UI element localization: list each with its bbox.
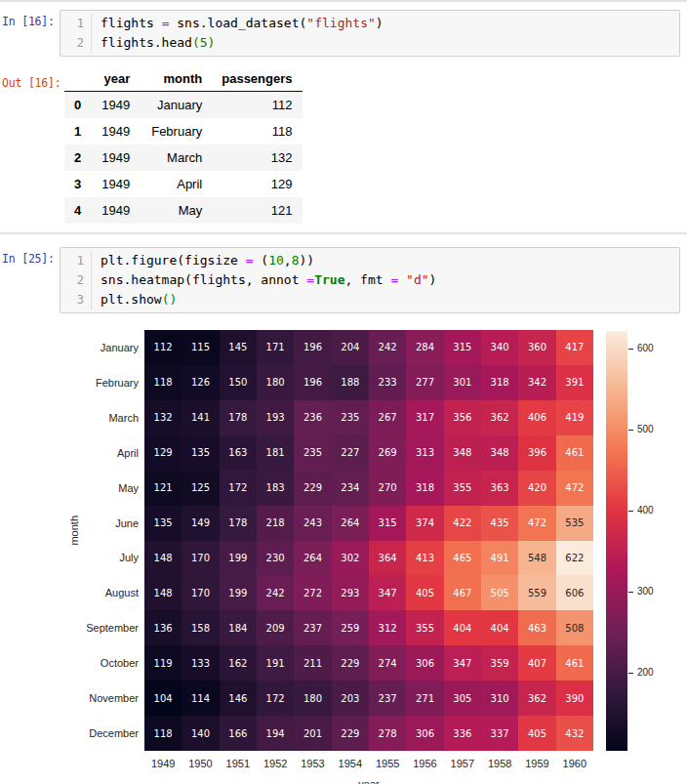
heatmap-cell: 355 bbox=[444, 471, 481, 506]
heatmap-cell: 184 bbox=[220, 610, 257, 645]
table-header-cell: passengers bbox=[212, 66, 302, 92]
heatmap-cell: 242 bbox=[369, 330, 406, 365]
code-line[interactable]: 1plt.figure(figsize = (10,8)) bbox=[61, 251, 679, 270]
heatmap-cell: 243 bbox=[294, 506, 331, 541]
year-tick-label: 1954 bbox=[332, 758, 369, 769]
colorbar-tick-label: 600 bbox=[637, 343, 654, 354]
input-prompt: In [25]: bbox=[0, 239, 60, 266]
year-tick-label: 1955 bbox=[369, 758, 406, 769]
heatmap-cell: 435 bbox=[481, 506, 518, 541]
heatmap-cell: 269 bbox=[369, 435, 406, 471]
heatmap-cell: 170 bbox=[182, 575, 219, 610]
heatmap-cell: 149 bbox=[182, 506, 219, 541]
heatmap-cell: 622 bbox=[556, 541, 593, 576]
colorbar-tick bbox=[628, 673, 633, 674]
code-line[interactable]: 2flights.head(5) bbox=[61, 33, 679, 53]
heatmap-cell: 461 bbox=[556, 645, 593, 681]
heatmap-cell: 235 bbox=[294, 435, 331, 471]
heatmap-cell: 230 bbox=[257, 541, 294, 576]
table-cell: February bbox=[140, 118, 212, 144]
heatmap-cell: 336 bbox=[444, 716, 481, 751]
table-cell: May bbox=[140, 197, 212, 224]
heatmap-cell: 356 bbox=[444, 400, 481, 435]
line-number: 2 bbox=[61, 270, 92, 290]
heatmap-cell: 270 bbox=[369, 471, 406, 506]
heatmap-cell: 312 bbox=[369, 610, 406, 645]
year-tick-label: 1956 bbox=[406, 758, 443, 769]
heatmap-cell: 125 bbox=[182, 471, 219, 506]
code-line[interactable]: 2sns.heatmap(flights, annot =True, fmt =… bbox=[61, 270, 679, 290]
heatmap-cell: 355 bbox=[406, 610, 443, 645]
code-text: flights = sns.load_dataset("flights") bbox=[92, 14, 384, 33]
heatmap: 1121151451711962042422843153403604171181… bbox=[144, 330, 593, 751]
heatmap-cell: 432 bbox=[556, 716, 593, 751]
heatmap-cell: 104 bbox=[144, 681, 182, 716]
heatmap-cell: 277 bbox=[406, 365, 443, 400]
month-tick-label: September bbox=[0, 621, 139, 635]
heatmap-cell: 419 bbox=[556, 400, 593, 435]
output-cell-16: Out [16]: year month passengers 01949Jan… bbox=[0, 66, 687, 224]
month-tick-label: December bbox=[0, 726, 139, 740]
table-cell: 1949 bbox=[91, 118, 140, 144]
heatmap-cell: 535 bbox=[556, 506, 593, 541]
month-tick-label: June bbox=[0, 516, 139, 530]
colorbar-tick bbox=[628, 592, 633, 593]
heatmap-cell: 362 bbox=[481, 400, 518, 435]
heatmap-cell: 259 bbox=[332, 610, 369, 645]
colorbar-tick bbox=[628, 349, 633, 350]
heatmap-cell: 172 bbox=[220, 471, 257, 506]
table-cell: 118 bbox=[212, 118, 302, 144]
table-header-cell: year bbox=[91, 66, 140, 92]
heatmap-cell: 313 bbox=[406, 435, 443, 471]
heatmap-cell: 305 bbox=[444, 681, 481, 716]
heatmap-cell: 404 bbox=[481, 610, 518, 645]
table-index-cell: 1 bbox=[64, 118, 91, 144]
heatmap-cell: 199 bbox=[220, 575, 257, 610]
heatmap-cell: 135 bbox=[182, 435, 219, 471]
heatmap-cell: 318 bbox=[406, 471, 443, 506]
year-tick-label: 1952 bbox=[257, 758, 294, 769]
output-prompt: Out [16]: bbox=[0, 66, 60, 90]
heatmap-cell: 171 bbox=[257, 330, 294, 365]
heatmap-cell: 204 bbox=[332, 330, 369, 365]
heatmap-cell: 364 bbox=[369, 541, 406, 576]
year-tick-label: 1950 bbox=[182, 758, 219, 769]
code-line[interactable]: 3plt.show() bbox=[61, 290, 679, 309]
heatmap-cell: 359 bbox=[481, 645, 518, 681]
heatmap-cell: 407 bbox=[518, 645, 555, 681]
heatmap-cell: 548 bbox=[518, 541, 555, 576]
heatmap-cell: 348 bbox=[444, 435, 481, 471]
month-tick-label: August bbox=[0, 586, 139, 599]
year-tick-label: 1957 bbox=[444, 758, 481, 769]
heatmap-cell: 209 bbox=[257, 610, 294, 645]
heatmap-cell: 199 bbox=[220, 541, 257, 576]
heatmap-cell: 162 bbox=[220, 645, 257, 681]
heatmap-cell: 133 bbox=[182, 645, 219, 681]
heatmap-cell: 405 bbox=[518, 716, 555, 751]
heatmap-cell: 342 bbox=[518, 365, 555, 400]
heatmap-cell: 229 bbox=[332, 716, 369, 751]
colorbar-tick bbox=[628, 430, 633, 431]
code-line[interactable]: 1flights = sns.load_dataset("flights") bbox=[61, 14, 679, 33]
heatmap-cell: 229 bbox=[332, 645, 369, 681]
heatmap-cell: 121 bbox=[144, 471, 182, 506]
heatmap-cell: 318 bbox=[481, 365, 518, 400]
heatmap-cell: 196 bbox=[294, 330, 331, 365]
colorbar bbox=[606, 331, 627, 751]
heatmap-cell: 302 bbox=[332, 541, 369, 576]
heatmap-cell: 606 bbox=[556, 575, 593, 610]
heatmap-cell: 406 bbox=[518, 400, 555, 435]
heatmap-figure: month 1121151451711962042422843153403604… bbox=[0, 323, 687, 784]
heatmap-cell: 118 bbox=[144, 365, 182, 400]
code-editor[interactable]: 1plt.figure(figsize = (10,8))2sns.heatma… bbox=[60, 247, 680, 313]
month-tick-label: October bbox=[0, 656, 139, 670]
heatmap-cell: 317 bbox=[406, 400, 443, 435]
heatmap-cell: 278 bbox=[369, 716, 406, 751]
month-tick-label: April bbox=[0, 446, 139, 460]
table-row: 41949May121 bbox=[64, 197, 303, 224]
table-row: 21949March132 bbox=[64, 144, 303, 171]
heatmap-cell: 405 bbox=[406, 575, 443, 610]
heatmap-cell: 172 bbox=[257, 681, 294, 716]
code-editor[interactable]: 1flights = sns.load_dataset("flights")2f… bbox=[60, 10, 680, 57]
heatmap-cell: 158 bbox=[182, 610, 219, 645]
